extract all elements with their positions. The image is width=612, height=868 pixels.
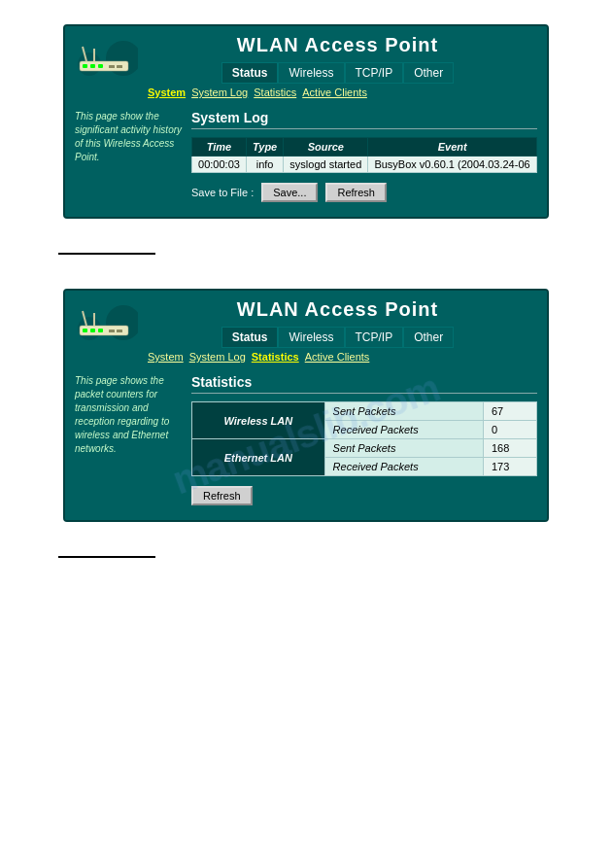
- header-right-1: WLAN Access Point Status Wireless TCP/IP…: [138, 34, 537, 84]
- tab-tcpip-1[interactable]: TCP/IP: [345, 62, 404, 84]
- panel-statistics: WLAN Access Point Status Wireless TCP/IP…: [63, 289, 549, 522]
- panel-title-1: WLAN Access Point: [237, 34, 438, 56]
- divider-1: [58, 253, 155, 255]
- svg-rect-18: [109, 330, 115, 332]
- col-event: Event: [368, 138, 537, 156]
- refresh-button-1[interactable]: Refresh: [325, 183, 387, 202]
- col-source: Source: [284, 138, 368, 156]
- svg-rect-5: [83, 64, 87, 68]
- panel-content-1: This page show the significant activity …: [65, 102, 547, 217]
- stats-table: Wireless LAN Sent Packets 67 Received Pa…: [191, 401, 537, 476]
- wireless-lan-header: Wireless LAN: [192, 402, 325, 439]
- tab-wireless-2[interactable]: Wireless: [278, 327, 344, 348]
- ethernet-sent-value: 168: [483, 439, 536, 458]
- sidebar-text-1: This page show the significant activity …: [75, 110, 191, 202]
- subnav-systemlog-1[interactable]: System Log: [191, 87, 248, 98]
- cell-event: BusyBox v0.60.1 (2004.03.24-06: [368, 156, 537, 173]
- sub-nav-1: System System Log Statistics Active Clie…: [65, 84, 547, 102]
- panel-header-2: WLAN Access Point Status Wireless TCP/IP…: [65, 291, 547, 348]
- tab-other-2[interactable]: Other: [403, 327, 454, 348]
- subnav-system-1[interactable]: System: [148, 87, 186, 98]
- svg-rect-7: [98, 64, 103, 68]
- wireless-sent-label: Sent Packets: [324, 402, 483, 421]
- save-button[interactable]: Save...: [261, 183, 318, 202]
- svg-rect-8: [109, 65, 115, 68]
- subnav-systemlog-2[interactable]: System Log: [189, 351, 246, 363]
- router-icon-2: [75, 301, 138, 345]
- subnav-activeclients-2[interactable]: Active Clients: [305, 351, 370, 363]
- nav-tabs-2: Status Wireless TCP/IP Other: [221, 327, 454, 348]
- svg-rect-17: [98, 329, 103, 332]
- nav-tabs-1: Status Wireless TCP/IP Other: [221, 62, 454, 84]
- panel-content-2: This page shows the packet counters for …: [65, 366, 547, 520]
- table-row: 00:00:03 info syslogd started BusyBox v0…: [192, 156, 537, 173]
- panel-header-1: WLAN Access Point Status Wireless TCP/IP…: [65, 26, 547, 84]
- ethernet-sent-label: Sent Packets: [324, 439, 483, 458]
- tab-status-1[interactable]: Status: [221, 62, 279, 84]
- wireless-sent-value: 67: [483, 402, 536, 421]
- tab-wireless-1[interactable]: Wireless: [278, 62, 344, 84]
- cell-type: info: [246, 156, 283, 173]
- svg-rect-19: [117, 330, 122, 332]
- col-type: Type: [246, 138, 283, 156]
- tab-status-2[interactable]: Status: [221, 327, 279, 348]
- panel-system-log: WLAN Access Point Status Wireless TCP/IP…: [63, 24, 549, 219]
- divider-2: [58, 556, 155, 558]
- tab-other-1[interactable]: Other: [403, 62, 454, 84]
- stats-row-wireless-sent: Wireless LAN Sent Packets 67: [192, 402, 537, 421]
- router-icon: [75, 37, 138, 81]
- subnav-system-2[interactable]: System: [148, 351, 184, 363]
- tab-tcpip-2[interactable]: TCP/IP: [345, 327, 404, 348]
- svg-rect-16: [90, 329, 95, 332]
- ethernet-recv-value: 173: [483, 458, 536, 476]
- svg-rect-15: [83, 329, 87, 332]
- refresh-button-2[interactable]: Refresh: [191, 486, 253, 505]
- panel-title-2: WLAN Access Point: [237, 298, 438, 321]
- col-time: Time: [192, 138, 247, 156]
- svg-rect-9: [117, 65, 122, 68]
- svg-rect-6: [90, 64, 95, 68]
- wireless-recv-label: Received Packets: [324, 421, 483, 439]
- section-title-2: Statistics: [191, 374, 537, 394]
- refresh-row-2: Refresh: [191, 486, 537, 505]
- log-table: Time Type Source Event 00:00:03 info sys…: [191, 137, 537, 173]
- subnav-statistics-2[interactable]: Statistics: [252, 351, 299, 363]
- ethernet-recv-label: Received Packets: [324, 458, 483, 476]
- cell-time: 00:00:03: [192, 156, 247, 173]
- section-title-1: System Log: [191, 110, 537, 129]
- stats-row-ethernet-sent: Ethernet LAN Sent Packets 168: [192, 439, 537, 458]
- save-row: Save to File : Save... Refresh: [191, 183, 537, 202]
- subnav-statistics-1[interactable]: Statistics: [254, 87, 296, 98]
- wireless-recv-value: 0: [483, 421, 536, 439]
- main-content-1: System Log Time Type Source Event 00:00:…: [191, 110, 537, 202]
- save-label: Save to File :: [191, 187, 254, 198]
- subnav-activeclients-1[interactable]: Active Clients: [302, 87, 367, 98]
- sub-nav-2: System System Log Statistics Active Clie…: [65, 348, 547, 366]
- sidebar-text-2: This page shows the packet counters for …: [75, 374, 191, 505]
- cell-source: syslogd started: [284, 156, 368, 173]
- ethernet-lan-header: Ethernet LAN: [192, 439, 325, 476]
- main-content-2: Statistics Wireless LAN Sent Packets 67 …: [191, 374, 537, 505]
- header-right-2: WLAN Access Point Status Wireless TCP/IP…: [138, 298, 537, 348]
